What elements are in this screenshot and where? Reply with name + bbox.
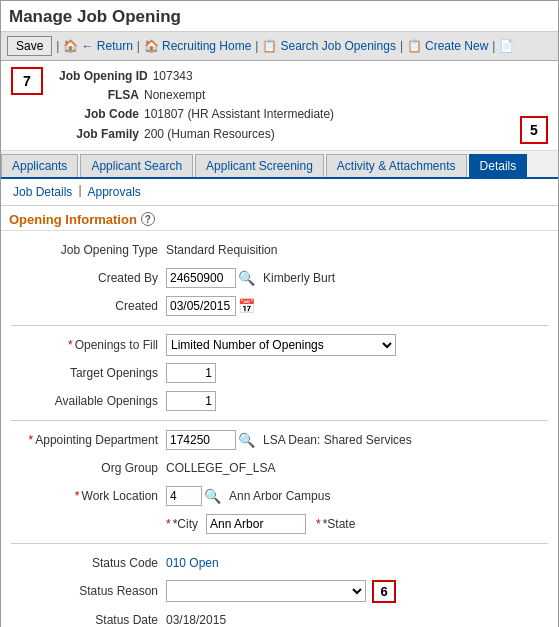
sub-tabs: Job Details | Approvals — [1, 179, 558, 206]
openings-to-fill-select[interactable]: Limited Number of Openings Unlimited Num… — [166, 334, 396, 356]
status-reason-label: Status Reason — [11, 584, 166, 598]
org-group-value: COLLEGE_OF_LSA — [166, 461, 275, 475]
toolbar: Save | 🏠 ← Return | 🏠 Recruiting Home | … — [1, 32, 558, 61]
created-label: Created — [11, 299, 166, 313]
city-label: *City — [166, 517, 202, 531]
sub-tab-job-details[interactable]: Job Details — [9, 183, 76, 201]
available-openings-label: Available Openings — [11, 394, 166, 408]
form-area: Job Opening Type Standard Requisition Cr… — [1, 231, 558, 627]
row-org-group: Org Group COLLEGE_OF_LSA — [11, 457, 548, 479]
label-6-box: 6 — [372, 580, 396, 603]
openings-to-fill-label: Openings to Fill — [11, 338, 166, 352]
recruiting-home-link[interactable]: 🏠 Recruiting Home — [144, 39, 251, 53]
row-target-openings: Target Openings — [11, 362, 548, 384]
job-code-value: 101807 (HR Assistant Intermediate) — [144, 105, 334, 124]
created-by-input[interactable] — [166, 268, 236, 288]
row-job-opening-type: Job Opening Type Standard Requisition — [11, 239, 548, 261]
divider-2 — [11, 420, 548, 421]
job-opening-id-label: Job Opening ID — [59, 67, 148, 86]
work-location-name: Ann Arbor Campus — [229, 489, 330, 503]
tab-details[interactable]: Details — [469, 154, 528, 177]
status-date-value: 03/18/2015 — [166, 613, 226, 627]
row-work-location: Work Location 🔍 Ann Arbor Campus — [11, 485, 548, 507]
info-row-id: Job Opening ID 107343 — [59, 67, 504, 86]
job-family-label: Job Family — [59, 125, 139, 144]
help-icon[interactable]: ? — [141, 212, 155, 226]
appointing-dept-search-button[interactable]: 🔍 — [236, 432, 257, 448]
created-by-name: Kimberly Burt — [263, 271, 335, 285]
row-created-date: Created 📅 — [11, 295, 548, 317]
work-location-input[interactable] — [166, 486, 202, 506]
info-row-code: Job Code 101807 (HR Assistant Intermedia… — [59, 105, 504, 124]
created-by-search-button[interactable]: 🔍 — [236, 270, 257, 286]
appointing-dept-input[interactable] — [166, 430, 236, 450]
save-button[interactable]: Save — [7, 36, 52, 56]
tab-applicant-screening[interactable]: Applicant Screening — [195, 154, 324, 177]
appointing-dept-label: Appointing Department — [11, 433, 166, 447]
return-icon: 🏠 — [63, 39, 78, 53]
available-openings-input[interactable] — [166, 391, 216, 411]
row-created-by: Created By 🔍 Kimberly Burt — [11, 267, 548, 289]
job-family-value: 200 (Human Resources) — [144, 125, 275, 144]
return-link[interactable]: 🏠 ← Return — [63, 39, 132, 53]
section-title: Opening Information — [9, 212, 137, 227]
flsa-label: FLSA — [59, 86, 139, 105]
toolbar-sep-2: | — [137, 39, 140, 53]
row-available-openings: Available Openings — [11, 390, 548, 412]
sub-tab-sep: | — [78, 183, 81, 201]
appointing-dept-name: LSA Dean: Shared Services — [263, 433, 412, 447]
job-opening-type-label: Job Opening Type — [11, 243, 166, 257]
tab-activity-attachments[interactable]: Activity & Attachments — [326, 154, 467, 177]
calendar-icon-btn[interactable]: 📅 — [236, 298, 257, 314]
divider-3 — [11, 543, 548, 544]
row-appointing-dept: Appointing Department 🔍 LSA Dean: Shared… — [11, 429, 548, 451]
status-date-label: Status Date — [11, 613, 166, 627]
job-opening-type-value: Standard Requisition — [166, 243, 277, 257]
status-reason-select[interactable] — [166, 580, 366, 602]
row-openings-to-fill: Openings to Fill Limited Number of Openi… — [11, 334, 548, 356]
search-job-icon: 📋 — [262, 39, 277, 53]
label-7-box: 7 — [11, 67, 43, 95]
row-city-state: *City *State — [11, 513, 548, 535]
org-group-label: Org Group — [11, 461, 166, 475]
search-job-openings-link[interactable]: 📋 Search Job Openings — [262, 39, 395, 53]
tab-applicant-search[interactable]: Applicant Search — [80, 154, 193, 177]
row-status-date: Status Date 03/18/2015 — [11, 609, 548, 627]
create-new-icon: 📋 — [407, 39, 422, 53]
home-icon: 🏠 — [144, 39, 159, 53]
target-openings-input[interactable] — [166, 363, 216, 383]
info-block: 7 Job Opening ID 107343 FLSA Nonexempt J… — [1, 61, 558, 151]
sub-tab-approvals[interactable]: Approvals — [84, 183, 145, 201]
section-header: Opening Information ? — [1, 206, 558, 231]
row-status-reason: Status Reason 6 — [11, 580, 548, 603]
divider-1 — [11, 325, 548, 326]
job-info-table: Job Opening ID 107343 FLSA Nonexempt Job… — [59, 67, 504, 144]
state-label: *State — [310, 517, 359, 531]
page-title: Manage Job Opening — [1, 1, 558, 32]
tab-applicants[interactable]: Applicants — [1, 154, 78, 177]
city-state-group: *City *State — [166, 514, 359, 534]
status-code-link[interactable]: 010 Open — [166, 556, 219, 570]
job-opening-id-value: 107343 — [153, 67, 193, 86]
toolbar-sep-5: | — [492, 39, 495, 53]
work-location-search-button[interactable]: 🔍 — [202, 488, 223, 504]
row-status-code: Status Code 010 Open — [11, 552, 548, 574]
created-date-input[interactable] — [166, 296, 236, 316]
toolbar-sep-3: | — [255, 39, 258, 53]
info-row-family: Job Family 200 (Human Resources) — [59, 125, 504, 144]
created-by-label: Created By — [11, 271, 166, 285]
create-new-link[interactable]: 📋 Create New — [407, 39, 488, 53]
work-location-label: Work Location — [11, 489, 166, 503]
info-row-flsa: FLSA Nonexempt — [59, 86, 504, 105]
job-code-label: Job Code — [59, 105, 139, 124]
target-openings-label: Target Openings — [11, 366, 166, 380]
city-input[interactable] — [206, 514, 306, 534]
toolbar-sep-4: | — [400, 39, 403, 53]
extra-icon: 📄 — [499, 39, 514, 53]
status-code-label: Status Code — [11, 556, 166, 570]
flsa-value: Nonexempt — [144, 86, 205, 105]
tabs-row: Applicants Applicant Search Applicant Sc… — [1, 151, 558, 179]
label-5-box: 5 — [520, 116, 548, 144]
toolbar-sep-1: | — [56, 39, 59, 53]
